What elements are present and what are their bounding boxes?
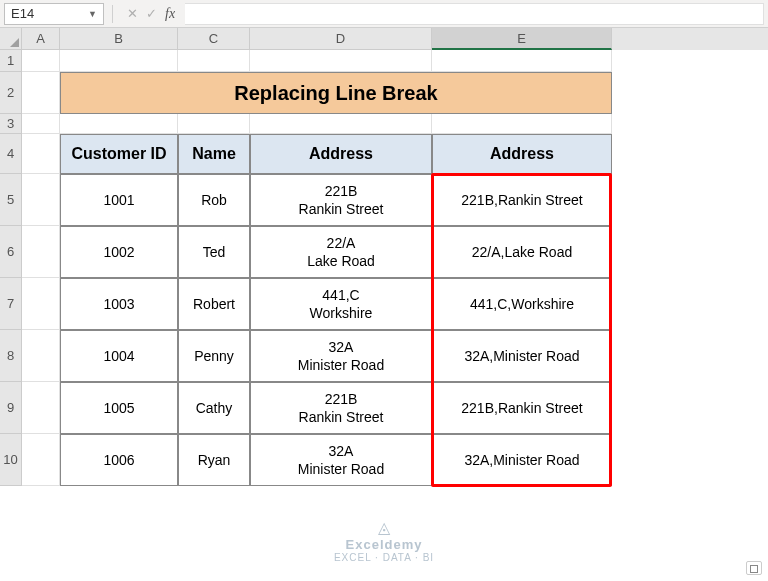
cell-id[interactable]: 1004 <box>60 330 178 382</box>
cell-name[interactable]: Rob <box>178 174 250 226</box>
cell[interactable] <box>22 50 60 72</box>
row-header-4[interactable]: 4 <box>0 134 22 174</box>
enter-icon: ✓ <box>146 6 157 21</box>
cell-addr[interactable]: 32AMinister Road <box>250 434 432 486</box>
watermark-brand: Exceldemy <box>334 537 434 552</box>
cell[interactable] <box>22 434 60 486</box>
table-row: 1002 Ted 22/ALake Road 22/A,Lake Road <box>22 226 768 278</box>
header-addr1[interactable]: Address <box>250 134 432 174</box>
row-header-9[interactable]: 9 <box>0 382 22 434</box>
cell[interactable] <box>22 226 60 278</box>
cell-addr[interactable]: 32AMinister Road <box>250 330 432 382</box>
row-headers: 1 2 3 4 5 6 7 8 9 10 <box>0 50 22 486</box>
cell[interactable] <box>22 114 60 134</box>
row-header-5[interactable]: 5 <box>0 174 22 226</box>
fill-handle-icon[interactable] <box>746 561 762 575</box>
row-header-7[interactable]: 7 <box>0 278 22 330</box>
cell-addr[interactable]: 221BRankin Street <box>250 382 432 434</box>
table-row: 1006 Ryan 32AMinister Road 32A,Minister … <box>22 434 768 486</box>
cell-name[interactable]: Ted <box>178 226 250 278</box>
row-header-8[interactable]: 8 <box>0 330 22 382</box>
cell[interactable] <box>22 382 60 434</box>
cell[interactable] <box>22 134 60 174</box>
watermark-icon: ◬ <box>334 518 434 537</box>
cell-addr[interactable]: 441,CWorkshire <box>250 278 432 330</box>
col-header-E[interactable]: E <box>432 28 612 50</box>
name-box[interactable]: E14 ▼ <box>4 3 104 25</box>
cell[interactable] <box>432 50 612 72</box>
cell[interactable] <box>432 114 612 134</box>
col-header-C[interactable]: C <box>178 28 250 50</box>
grid-area: 1 2 3 4 5 6 7 8 9 10 A B C D E <box>0 28 768 581</box>
watermark: ◬ Exceldemy EXCEL · DATA · BI <box>334 518 434 563</box>
cell-id[interactable]: 1003 <box>60 278 178 330</box>
cell-result[interactable]: 221B,Rankin Street <box>432 174 612 226</box>
cell-result[interactable]: 22/A,Lake Road <box>432 226 612 278</box>
cell[interactable] <box>178 114 250 134</box>
cell[interactable] <box>22 330 60 382</box>
cell[interactable] <box>250 50 432 72</box>
table-row: 1004 Penny 32AMinister Road 32A,Minister… <box>22 330 768 382</box>
row-header-10[interactable]: 10 <box>0 434 22 486</box>
table-row: 1005 Cathy 221BRankin Street 221B,Rankin… <box>22 382 768 434</box>
cell-name[interactable]: Penny <box>178 330 250 382</box>
cell-result[interactable]: 32A,Minister Road <box>432 434 612 486</box>
cell-name[interactable]: Robert <box>178 278 250 330</box>
row-header-6[interactable]: 6 <box>0 226 22 278</box>
cell[interactable] <box>60 50 178 72</box>
cancel-icon: ✕ <box>127 6 138 21</box>
cell[interactable] <box>22 174 60 226</box>
formula-buttons: ✕ ✓ fx <box>121 6 181 22</box>
cell-name[interactable]: Cathy <box>178 382 250 434</box>
cell-id[interactable]: 1001 <box>60 174 178 226</box>
header-addr2[interactable]: Address <box>432 134 612 174</box>
cell[interactable] <box>22 278 60 330</box>
cell-id[interactable]: 1002 <box>60 226 178 278</box>
column-headers: A B C D E <box>22 28 768 50</box>
name-box-value: E14 <box>11 6 34 21</box>
col-header-B[interactable]: B <box>60 28 178 50</box>
cell-addr[interactable]: 22/ALake Road <box>250 226 432 278</box>
row-header-3[interactable]: 3 <box>0 114 22 134</box>
cell-result[interactable]: 221B,Rankin Street <box>432 382 612 434</box>
cell-addr[interactable]: 221BRankin Street <box>250 174 432 226</box>
cell-id[interactable]: 1006 <box>60 434 178 486</box>
fx-icon[interactable]: fx <box>165 6 175 22</box>
cell-id[interactable]: 1005 <box>60 382 178 434</box>
watermark-tag: EXCEL · DATA · BI <box>334 552 434 563</box>
sheet[interactable]: Replacing Line Break Customer ID Name Ad… <box>22 50 768 486</box>
table-row: 1003 Robert 441,CWorkshire 441,C,Workshi… <box>22 278 768 330</box>
chevron-down-icon[interactable]: ▼ <box>88 9 97 19</box>
col-header-D[interactable]: D <box>250 28 432 50</box>
select-all-corner[interactable] <box>0 28 22 50</box>
formula-bar[interactable] <box>185 3 764 25</box>
divider <box>112 5 113 23</box>
cell[interactable] <box>250 114 432 134</box>
cell[interactable] <box>60 114 178 134</box>
title-cell[interactable]: Replacing Line Break <box>60 72 612 114</box>
namebox-bar: E14 ▼ ✕ ✓ fx <box>0 0 768 28</box>
table-row: 1001 Rob 221BRankin Street 221B,Rankin S… <box>22 174 768 226</box>
cell-name[interactable]: Ryan <box>178 434 250 486</box>
row-header-1[interactable]: 1 <box>0 50 22 72</box>
header-name[interactable]: Name <box>178 134 250 174</box>
col-header-A[interactable]: A <box>22 28 60 50</box>
cell[interactable] <box>22 72 60 114</box>
cell-result[interactable]: 32A,Minister Road <box>432 330 612 382</box>
row-header-2[interactable]: 2 <box>0 72 22 114</box>
cell-result[interactable]: 441,C,Workshire <box>432 278 612 330</box>
cell[interactable] <box>178 50 250 72</box>
header-id[interactable]: Customer ID <box>60 134 178 174</box>
